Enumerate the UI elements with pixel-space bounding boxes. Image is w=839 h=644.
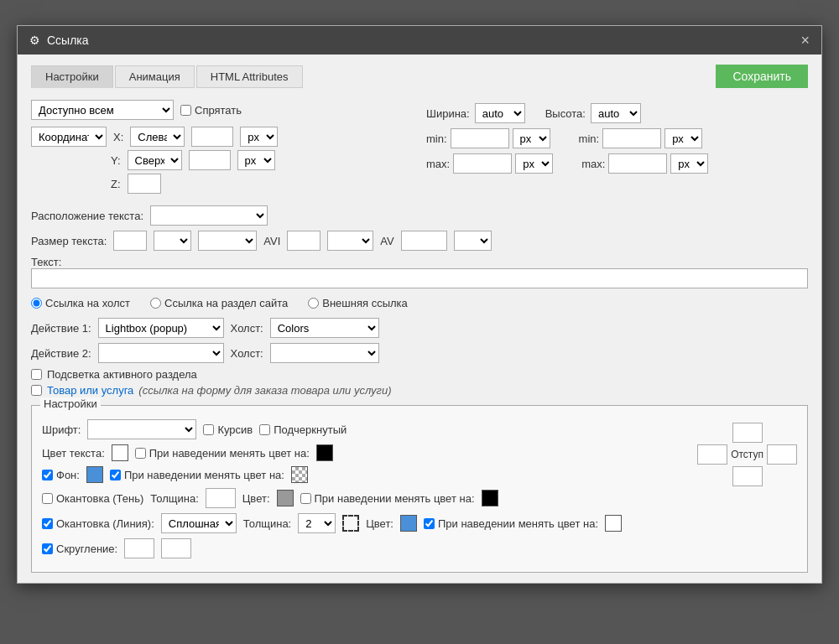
action2-row: Действие 2: Холст: (31, 343, 808, 363)
modal-overlay: ⚙ Ссылка × Настройки Анимация HTML Attri… (0, 0, 839, 644)
product-hint: (ссылка на форму для заказа товара или у… (138, 384, 391, 397)
min-height-group: min: px (579, 128, 703, 148)
min-height-unit[interactable]: px (664, 128, 702, 148)
text-size-input2[interactable] (287, 231, 320, 251)
outline-hover-label: При наведении менять цвет на: (424, 517, 598, 530)
max-width-unit[interactable]: px (515, 153, 553, 174)
round-val1-input[interactable]: 4 (124, 538, 154, 558)
max-height-unit[interactable]: px (670, 153, 708, 174)
min-height-input[interactable] (602, 128, 661, 148)
font-label: Шрифт: (42, 423, 81, 436)
close-button[interactable]: × (800, 33, 810, 48)
text-field-label: Текст: (31, 256, 61, 268)
bg-color-swatch[interactable] (86, 466, 103, 483)
x-unit-select[interactable]: px (240, 127, 278, 147)
bg-row: Фон: При наведении менять цвет на: (42, 466, 697, 483)
min-width-label: min: (426, 132, 447, 145)
radio-canvas[interactable]: Ссылка на холст (31, 297, 130, 309)
shadow-color-swatch[interactable] (277, 490, 294, 506)
width-select[interactable]: auto (475, 103, 525, 123)
access-select[interactable]: Доступно всем (31, 100, 174, 120)
text-hover-color-swatch[interactable] (316, 444, 333, 461)
text-hover-color-label: При наведении менять цвет на: (135, 447, 310, 460)
shadow-color-label: Цвет: (242, 492, 270, 505)
action2-select[interactable] (98, 343, 224, 363)
outline-checkbox-label[interactable]: Окантовка (Линия): (42, 517, 154, 530)
min-width-group: min: px (426, 128, 550, 148)
action1-select[interactable]: Lightbox (popup) (98, 318, 224, 338)
outline-checkbox[interactable] (42, 518, 53, 529)
y-unit-select[interactable]: px (237, 150, 275, 170)
round-checkbox-label[interactable]: Скругление: (42, 543, 117, 555)
modal-header: ⚙ Ссылка × (18, 26, 821, 55)
max-width-input[interactable] (453, 153, 512, 174)
text-size-select2[interactable] (198, 231, 257, 251)
active-section-checkbox[interactable] (31, 369, 42, 380)
outline-thickness-select[interactable]: 2 (298, 513, 336, 533)
tab-animation[interactable]: Анимация (115, 65, 195, 88)
shadow-thickness-input[interactable]: 10 (206, 488, 236, 508)
text-color-swatch[interactable] (112, 444, 128, 461)
x-value-input[interactable]: 192 (191, 127, 233, 147)
outline-dashed-icon (342, 515, 359, 532)
min-width-unit[interactable]: px (513, 128, 550, 148)
height-select[interactable]: auto (591, 103, 641, 123)
margin-right-input[interactable]: 20 (767, 444, 797, 465)
tab-html-attrs[interactable]: HTML Attributes (196, 65, 303, 88)
av-label: AV (380, 235, 393, 247)
bg-hover-checkbox[interactable] (110, 470, 121, 480)
radio-section[interactable]: Ссылка на раздел сайта (150, 297, 288, 309)
min-row: min: px min: px (426, 128, 808, 148)
hide-checkbox[interactable] (180, 105, 191, 116)
shadow-hover-checkbox[interactable] (300, 493, 311, 504)
settings-legend: Настройки (40, 397, 101, 410)
coord-type-select[interactable]: Координаты (31, 127, 107, 147)
z-value-input[interactable]: 8 (128, 174, 161, 194)
round-val2-input[interactable]: 4 (161, 538, 191, 558)
avi-label: AVI (263, 235, 280, 247)
underline-checkbox[interactable] (259, 424, 270, 435)
save-button[interactable]: Сохранить (716, 65, 808, 88)
shadow-checkbox[interactable] (42, 493, 53, 504)
outline-color-swatch[interactable] (400, 515, 417, 532)
margin-bottom-input[interactable]: 10 (732, 466, 763, 486)
max-height-input[interactable] (608, 153, 667, 174)
shadow-hover-color-swatch[interactable] (482, 490, 498, 506)
min-width-input[interactable] (451, 128, 509, 148)
text-size-unit3[interactable] (454, 231, 492, 251)
product-checkbox[interactable] (31, 385, 42, 396)
tab-settings[interactable]: Настройки (31, 65, 113, 88)
text-hover-checkbox[interactable] (135, 448, 146, 459)
text-size-input3[interactable] (401, 231, 447, 251)
margin-top-input[interactable]: 10 (732, 423, 763, 443)
x-dir-select[interactable]: Слева (130, 127, 185, 147)
y-value-input[interactable]: 169 (189, 150, 231, 170)
y-dir-select[interactable]: Сверху (128, 150, 182, 170)
width-group: Ширина: auto (426, 103, 525, 123)
action1-canvas-select[interactable]: Colors (270, 318, 379, 338)
action2-canvas-select[interactable] (270, 343, 379, 363)
outline-hover-color-swatch[interactable] (605, 515, 622, 532)
font-select[interactable] (87, 419, 196, 439)
italic-label[interactable]: Курсив (203, 423, 253, 436)
modal-title: Ссылка (47, 34, 89, 47)
shadow-checkbox-label[interactable]: Окантовка (Тень) (42, 492, 143, 505)
outline-style-select[interactable]: Сплошная (161, 513, 237, 533)
italic-checkbox[interactable] (203, 424, 214, 435)
text-placement-select[interactable] (150, 205, 268, 226)
bg-checkbox[interactable] (42, 470, 53, 480)
text-size-unit1[interactable] (154, 231, 191, 251)
round-checkbox[interactable] (42, 543, 53, 554)
text-size-unit2[interactable] (327, 231, 373, 251)
text-color-label: Цвет текста: (42, 447, 105, 460)
height-label: Высота: (545, 107, 586, 120)
radio-external[interactable]: Внешняя ссылка (308, 297, 408, 309)
margin-left-input[interactable]: 20 (697, 444, 727, 465)
underline-label[interactable]: Подчеркнутый (259, 423, 347, 436)
text-input[interactable]: Заказать (31, 268, 808, 288)
bg-checkbox-label[interactable]: Фон: (42, 469, 80, 481)
text-size-input1[interactable] (113, 231, 147, 251)
bg-hover-color-swatch[interactable] (291, 466, 308, 483)
outline-hover-checkbox[interactable] (424, 518, 435, 529)
shadow-hover-label: При наведении менять цвет на: (300, 492, 475, 505)
